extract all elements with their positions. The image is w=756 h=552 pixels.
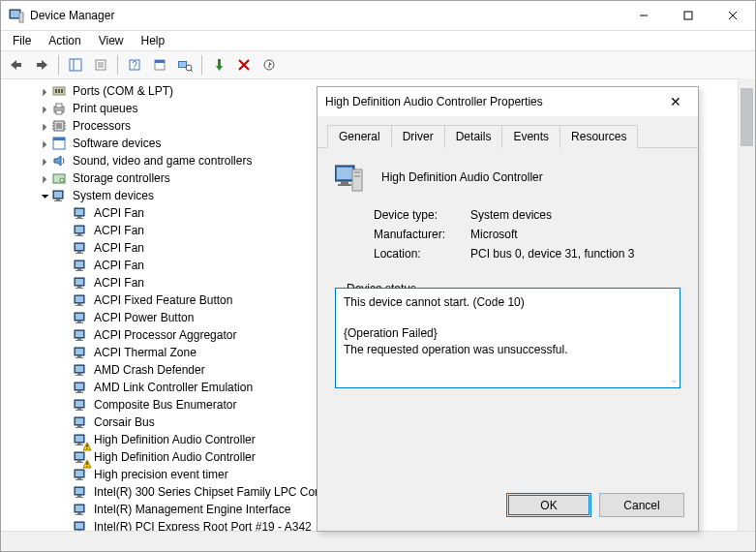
category-icon: [51, 188, 67, 203]
back-button[interactable]: [5, 53, 28, 77]
menu-view[interactable]: View: [91, 32, 132, 49]
location-label: Location:: [374, 247, 470, 261]
manufacturer-value: Microsoft: [470, 228, 518, 241]
tab-resources[interactable]: Resources: [559, 125, 638, 148]
minimize-button[interactable]: [621, 1, 666, 30]
device-manager-window: Device Manager File Action View Help ? ⏵…: [0, 0, 756, 552]
tree-item-label: Intel(R) 300 Series Chipset Family LPC C…: [92, 485, 352, 499]
svg-rect-60: [179, 62, 186, 67]
device-icon: [73, 432, 88, 447]
scan-hardware-button[interactable]: [173, 53, 197, 77]
category-icon: [51, 153, 67, 169]
titlebar: Device Manager: [1, 1, 755, 31]
tab-details[interactable]: Details: [444, 125, 503, 148]
menu-action[interactable]: Action: [41, 32, 88, 49]
device-icon: [73, 345, 88, 360]
svg-rect-49: [70, 59, 81, 71]
svg-marker-64: [216, 66, 223, 71]
category-icon: [51, 101, 67, 116]
tab-general[interactable]: General: [327, 125, 392, 148]
tree-item-label: AMD Link Controller Emulation: [92, 381, 255, 394]
tree-item-label: ACPI Fixed Feature Button: [92, 293, 234, 307]
help-button[interactable]: ?: [123, 53, 146, 77]
tree-item-label: System devices: [71, 189, 156, 202]
expand-arrow-icon[interactable]: ⏵: [40, 86, 51, 97]
device-status-text[interactable]: This device cannot start. (Code 10) {Ope…: [335, 288, 680, 388]
svg-marker-68: [269, 62, 272, 65]
device-icon: [73, 380, 88, 395]
tree-item-label: High Definition Audio Controller: [92, 450, 257, 464]
dialog-titlebar[interactable]: High Definition Audio Controller Propert…: [318, 87, 698, 116]
scrollbar[interactable]: [738, 78, 755, 532]
tree-item-label: Storage controllers: [71, 171, 172, 185]
maximize-button[interactable]: [666, 1, 711, 30]
tree-item-label: Processors: [71, 119, 133, 133]
expand-arrow-icon[interactable]: ⏵: [40, 156, 51, 167]
tree-item-label: ACPI Fan: [92, 276, 146, 290]
device-icon: [73, 362, 88, 378]
device-icon: [73, 449, 88, 465]
device-type-label: Device type:: [374, 208, 470, 222]
tree-item-label: ACPI Thermal Zone: [92, 346, 198, 359]
category-icon: [51, 118, 67, 134]
svg-rect-48: [37, 63, 42, 67]
dialog-tabs: General Driver Details Events Resources: [318, 116, 698, 148]
manufacturer-label: Manufacturer:: [374, 228, 470, 241]
forward-button[interactable]: [30, 53, 53, 77]
device-name: High Definition Audio Controller: [381, 170, 543, 184]
device-icon: [73, 397, 88, 413]
toolbar: ?: [1, 50, 755, 79]
expand-arrow-icon[interactable]: ⏵: [40, 104, 51, 114]
device-icon: [73, 292, 88, 308]
disable-button[interactable]: [257, 53, 281, 77]
close-button[interactable]: [711, 1, 755, 30]
device-icon: [73, 205, 88, 221]
dialog-title: High Definition Audio Controller Propert…: [325, 95, 661, 108]
device-type-value: System devices: [470, 208, 552, 222]
show-hide-tree-button[interactable]: [64, 53, 87, 77]
svg-line-62: [191, 70, 193, 72]
ok-button[interactable]: OK: [506, 493, 591, 517]
expand-arrow-icon[interactable]: ⏵: [40, 121, 51, 132]
tree-item-label: ACPI Power Button: [92, 311, 196, 324]
action-button[interactable]: [148, 53, 171, 77]
tree-item-label: Ports (COM & LPT): [71, 84, 175, 98]
tree-item-label: Sound, video and game controllers: [71, 154, 254, 168]
update-driver-button[interactable]: [207, 53, 230, 77]
menu-file[interactable]: File: [5, 32, 39, 49]
category-icon: [51, 170, 67, 186]
tree-item-label: ACPI Fan: [92, 259, 146, 272]
device-icon: [73, 275, 88, 291]
tree-item-label: ACPI Fan: [92, 241, 146, 255]
uninstall-button[interactable]: [232, 53, 256, 77]
expand-arrow-icon[interactable]: ⏵: [40, 138, 51, 149]
tree-item-label: High Definition Audio Controller: [92, 433, 257, 446]
properties-button[interactable]: [89, 53, 112, 77]
tree-item-label: Corsair Bus: [92, 415, 157, 429]
tab-events[interactable]: Events: [501, 125, 560, 148]
tree-item-label: ACPI Fan: [92, 224, 146, 237]
tree-item-label: AMD Crash Defender: [92, 363, 207, 377]
app-icon: [9, 8, 24, 23]
tree-item-label: Composite Bus Enumerator: [92, 398, 238, 412]
device-icon: [73, 484, 88, 500]
device-icon: [73, 414, 88, 430]
cancel-button[interactable]: Cancel: [599, 493, 684, 517]
svg-text:?: ?: [132, 60, 137, 71]
expand-arrow-icon[interactable]: ⏵: [40, 173, 51, 184]
category-icon: [51, 83, 67, 99]
statusbar: [1, 531, 755, 551]
dialog-close-button[interactable]: ✕: [661, 94, 690, 109]
device-icon: [73, 467, 88, 482]
tab-driver[interactable]: Driver: [391, 125, 445, 148]
svg-marker-45: [11, 60, 16, 70]
svg-rect-58: [155, 60, 165, 63]
location-value: PCI bus 0, device 31, function 3: [470, 247, 634, 261]
tree-item-label: ACPI Processor Aggregator: [92, 328, 238, 342]
window-title: Device Manager: [30, 9, 621, 22]
expand-arrow-icon[interactable]: ⏷: [40, 191, 51, 201]
menubar: File Action View Help: [1, 31, 755, 50]
menu-help[interactable]: Help: [134, 32, 173, 49]
category-icon: [51, 136, 67, 151]
svg-marker-47: [42, 60, 47, 70]
